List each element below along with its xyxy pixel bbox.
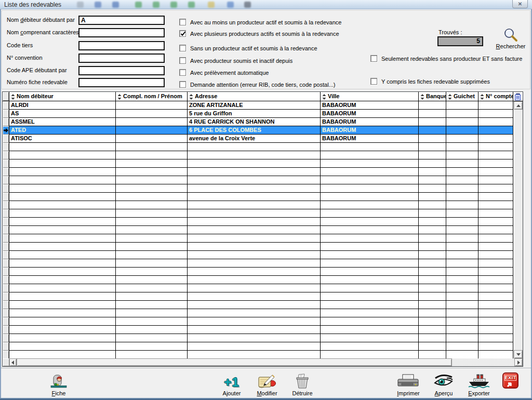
table-cell[interactable]	[9, 201, 116, 209]
row-selector[interactable]	[3, 218, 9, 226]
table-cell[interactable]	[188, 342, 321, 351]
table-cell[interactable]	[116, 159, 188, 168]
table-cell[interactable]	[9, 176, 116, 184]
table-cell[interactable]	[116, 268, 188, 276]
table-cell[interactable]: AS	[9, 110, 116, 118]
table-cell[interactable]	[9, 334, 116, 342]
table-cell[interactable]	[478, 309, 513, 317]
table-cell[interactable]	[321, 342, 419, 351]
table-cell[interactable]	[321, 184, 419, 193]
table-cell[interactable]	[9, 143, 116, 151]
table-cell[interactable]	[9, 309, 116, 317]
filter-input-code-tiers[interactable]	[78, 41, 165, 50]
table-cell[interactable]	[478, 159, 513, 168]
table-cell[interactable]	[9, 184, 116, 193]
row-selector[interactable]	[3, 143, 9, 151]
table-row-empty[interactable]	[3, 201, 514, 209]
column-header-nom-d-biteur[interactable]: Nom débiteur	[9, 92, 116, 101]
table-row[interactable]: ALRDIZONE ARTIZANALEBABAORUM	[3, 101, 514, 110]
table-cell[interactable]	[9, 268, 116, 276]
table-cell[interactable]	[419, 226, 446, 234]
table-cell[interactable]	[116, 334, 188, 342]
table-cell[interactable]	[321, 209, 419, 218]
filter-input-code-ape-debutant-par[interactable]	[78, 66, 165, 75]
scroll-down-icon[interactable]	[514, 350, 523, 358]
apercu-button[interactable]: Aperçu	[424, 372, 463, 396]
table-cell[interactable]	[478, 201, 513, 209]
table-cell[interactable]	[478, 135, 513, 143]
table-cell[interactable]: ALRDI	[9, 101, 116, 110]
table-row-empty[interactable]	[3, 292, 514, 301]
table-cell[interactable]	[321, 159, 419, 168]
table-cell[interactable]	[321, 317, 419, 326]
table-cell[interactable]	[321, 268, 419, 276]
column-header-ville[interactable]: Ville	[321, 92, 419, 101]
table-row-empty[interactable]	[3, 351, 514, 358]
imprimer-button[interactable]: Imprimer	[389, 372, 428, 396]
row-selector[interactable]	[3, 276, 9, 284]
table-cell[interactable]	[419, 201, 446, 209]
horizontal-scrollbar[interactable]	[3, 358, 523, 366]
table-cell[interactable]	[188, 209, 321, 218]
table-cell[interactable]	[116, 101, 188, 110]
vertical-scroll-track[interactable]	[514, 110, 523, 350]
table-cell[interactable]	[188, 193, 321, 201]
titlebar[interactable]: Liste des redevables ✕	[0, 0, 532, 9]
table-cell[interactable]	[446, 301, 478, 309]
table-cell[interactable]	[188, 243, 321, 251]
table-cell[interactable]	[419, 342, 446, 351]
table-cell[interactable]: avenue de la Croix Verte	[188, 135, 321, 143]
horizontal-scroll-track[interactable]	[452, 358, 514, 366]
exporter-button[interactable]: Exporter	[459, 372, 499, 396]
row-selector[interactable]	[3, 243, 9, 251]
table-cell[interactable]	[9, 243, 116, 251]
table-cell[interactable]	[478, 243, 513, 251]
table-cell[interactable]	[321, 143, 419, 151]
table-cell[interactable]	[321, 251, 419, 259]
table-row-empty[interactable]	[3, 143, 514, 151]
table-cell[interactable]	[446, 342, 478, 351]
table-cell[interactable]	[321, 168, 419, 176]
table-cell[interactable]	[9, 351, 116, 358]
table-cell[interactable]	[188, 326, 321, 334]
table-cell[interactable]	[419, 284, 446, 292]
table-cell[interactable]	[446, 284, 478, 292]
checkbox[interactable]	[179, 69, 186, 76]
table-cell[interactable]	[188, 201, 321, 209]
table-row[interactable]: ATED6 PLACE DES COLOMBESBABAORUM	[3, 126, 514, 135]
table-cell[interactable]	[446, 135, 478, 143]
table-row-empty[interactable]	[3, 226, 514, 234]
table-cell[interactable]	[446, 168, 478, 176]
table-cell[interactable]: BABAORUM	[321, 118, 419, 126]
table-cell[interactable]	[9, 234, 116, 243]
checkbox[interactable]	[179, 57, 186, 64]
table-cell[interactable]	[321, 351, 419, 358]
detruire-button[interactable]: Détruire	[283, 372, 322, 396]
table-cell[interactable]	[446, 259, 478, 268]
table-cell[interactable]: BABAORUM	[321, 110, 419, 118]
table-cell[interactable]	[9, 226, 116, 234]
row-selector[interactable]	[3, 209, 9, 218]
table-cell[interactable]: ASSMEL	[9, 118, 116, 126]
table-cell[interactable]	[116, 118, 188, 126]
table-cell[interactable]	[321, 193, 419, 201]
table-cell[interactable]	[116, 317, 188, 326]
table-cell[interactable]	[478, 126, 513, 135]
table-cell[interactable]	[419, 176, 446, 184]
row-selector[interactable]	[3, 201, 9, 209]
table-cell[interactable]	[419, 292, 446, 301]
column-header-banque[interactable]: Banque	[419, 92, 446, 101]
table-cell[interactable]	[446, 351, 478, 358]
table-cell[interactable]	[478, 342, 513, 351]
table-row-empty[interactable]	[3, 342, 514, 351]
table-row-empty[interactable]	[3, 151, 514, 159]
table-cell[interactable]	[116, 351, 188, 358]
table-cell[interactable]	[446, 326, 478, 334]
table-cell[interactable]	[478, 209, 513, 218]
table-cell[interactable]	[419, 268, 446, 276]
table-cell[interactable]	[116, 251, 188, 259]
table-cell[interactable]	[188, 234, 321, 243]
sort-icon[interactable]	[11, 94, 15, 101]
table-cell[interactable]	[478, 292, 513, 301]
row-selector[interactable]	[3, 259, 9, 268]
